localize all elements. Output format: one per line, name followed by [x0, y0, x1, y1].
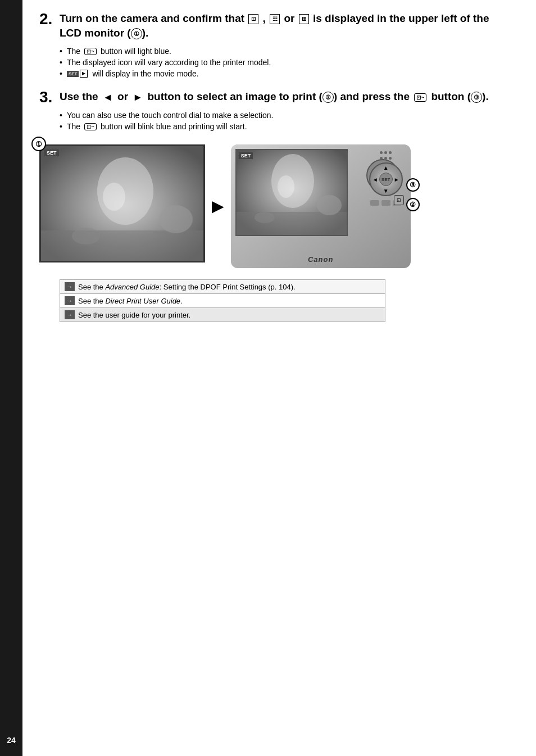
- dot3: [389, 151, 392, 154]
- step3-bullet1: You can also use the touch control dial …: [60, 111, 514, 120]
- step2-bullet3: SET ▶ will display in the movie mode.: [60, 69, 514, 78]
- step2-header: 2. Turn on the camera and confirm that ⊡…: [39, 11, 514, 40]
- set-icon-badge: SET ▶: [67, 70, 88, 78]
- set-badge-right: SET: [239, 152, 253, 159]
- bullet1-pre: The: [67, 47, 80, 56]
- camera-body-wrapper: SET: [231, 144, 411, 268]
- circle-label-3: ③: [406, 178, 420, 192]
- page-number: 24: [0, 736, 22, 745]
- arrow-connector: ►: [208, 194, 228, 218]
- dot4: [380, 157, 383, 160]
- left-bar: [0, 0, 22, 756]
- ref-row-1: → See the Advanced Guide: Setting the DP…: [60, 279, 385, 293]
- print-btn-icon3: ⊡~: [84, 123, 97, 130]
- print-button[interactable]: ⊡: [394, 195, 404, 205]
- ref-table: → See the Advanced Guide: Setting the DP…: [60, 279, 385, 322]
- dot1: [380, 151, 383, 154]
- svg-point-12: [278, 175, 294, 198]
- camera-screen-right: SET: [235, 149, 348, 236]
- dots-row2: [380, 157, 392, 160]
- step2-bullet2: The displayed icon will vary according t…: [60, 58, 514, 67]
- svg-rect-3: [41, 230, 205, 262]
- dot6: [389, 157, 392, 160]
- ref-arrow-1: →: [65, 282, 75, 291]
- dial-left-arrow: ◄: [373, 176, 378, 183]
- step2-bullet1: The ⊡~ button will light blue.: [60, 47, 514, 56]
- step3-title-text1: Use the: [60, 90, 98, 102]
- dial-right-arrow: ►: [394, 176, 399, 183]
- arrow-left-icon: ◄: [103, 92, 113, 103]
- svg-point-15: [255, 212, 275, 223]
- step3-title: Use the ◄ or ► button to select an image…: [60, 89, 489, 104]
- ref-row-3: → See the user guide for your printer.: [60, 307, 385, 322]
- comma-sep: ,: [263, 12, 266, 24]
- step2-circle1: ①: [131, 28, 142, 39]
- step3-title-end: ).: [482, 90, 489, 102]
- or-text: or: [284, 12, 297, 24]
- print-btn-icon: ⊡~: [84, 48, 97, 55]
- canon-logo: Canon: [308, 255, 333, 264]
- control-dial[interactable]: ◄ ► ▲ ▼ SET: [369, 162, 403, 196]
- camera-screen-left: SET: [39, 144, 205, 262]
- dot2: [384, 151, 387, 154]
- images-section: ① SET: [39, 144, 514, 268]
- step2-number: 2.: [39, 11, 60, 27]
- print-button-area: ⊡: [394, 195, 404, 205]
- ref-arrow-2: →: [65, 296, 75, 305]
- flower-svg-left: [41, 146, 205, 262]
- dial-center[interactable]: SET: [379, 173, 393, 186]
- dots-row: [380, 151, 392, 154]
- print-btn-icon2: ⊡~: [414, 93, 426, 102]
- flower-svg-right: [237, 150, 348, 236]
- ref-text-3: See the user guide for your printer.: [78, 311, 190, 319]
- screen-top-bar-right: SET: [239, 152, 253, 159]
- small-btn-2[interactable]: [381, 200, 390, 206]
- step3-circle2-inline: ②: [322, 92, 334, 103]
- set-badge-left: SET: [44, 150, 59, 156]
- step3-bullet2: The ⊡~ button will blink blue and printi…: [60, 122, 514, 131]
- print-icon-3: ⊞: [299, 14, 309, 24]
- step3-title-text2: button to select an image to print (: [147, 90, 322, 102]
- camera-body-right: SET: [231, 144, 411, 268]
- print-icon-1: ⊡: [248, 14, 258, 24]
- step3-number: 3.: [39, 89, 60, 105]
- small-btn-1[interactable]: [370, 200, 379, 206]
- bullet1-post: button will light blue.: [101, 47, 171, 56]
- step3-circle3-inline: ③: [471, 92, 482, 103]
- bullet3-post: will display in the movie mode.: [92, 69, 198, 78]
- screen-top-bar-left: SET: [44, 150, 59, 156]
- step3-title-text3: ) and press the: [334, 90, 410, 102]
- dot5: [384, 157, 387, 160]
- svg-point-14: [317, 195, 342, 215]
- main-content: 2. Turn on the camera and confirm that ⊡…: [22, 0, 536, 756]
- step2-title-end: ).: [142, 27, 149, 39]
- step2-title: Turn on the camera and confirm that ⊡ , …: [60, 11, 514, 40]
- dial-bottom-arrow: ▼: [383, 188, 389, 194]
- print-icon-2: ☷: [270, 14, 280, 24]
- step2-title-text1: Turn on the camera and confirm that: [60, 12, 244, 24]
- step3-or: or: [117, 90, 131, 102]
- svg-point-4: [159, 205, 193, 233]
- camera-right-inner: [237, 150, 347, 235]
- step3-title-text4: button (: [431, 90, 471, 102]
- circle-label-2: ②: [406, 198, 420, 211]
- ref-arrow-3: →: [65, 310, 75, 319]
- step2-bullets: The ⊡~ button will light blue. The displ…: [60, 47, 514, 78]
- step3-bullets: You can also use the touch control dial …: [60, 111, 514, 131]
- page: 2. Turn on the camera and confirm that ⊡…: [0, 0, 536, 756]
- arrow-right-icon: ►: [133, 92, 143, 103]
- step3-header: 3. Use the ◄ or ► button to select an im…: [39, 89, 514, 105]
- svg-point-2: [103, 183, 125, 211]
- ref-text-2: See the Direct Print User Guide.: [78, 297, 183, 305]
- svg-rect-13: [237, 212, 348, 236]
- ref-text-1: See the Advanced Guide: Setting the DPOF…: [78, 283, 296, 291]
- ref-row-2: → See the Direct Print User Guide.: [60, 293, 385, 307]
- dial-top-arrow: ▲: [383, 165, 389, 171]
- svg-point-5: [72, 228, 100, 245]
